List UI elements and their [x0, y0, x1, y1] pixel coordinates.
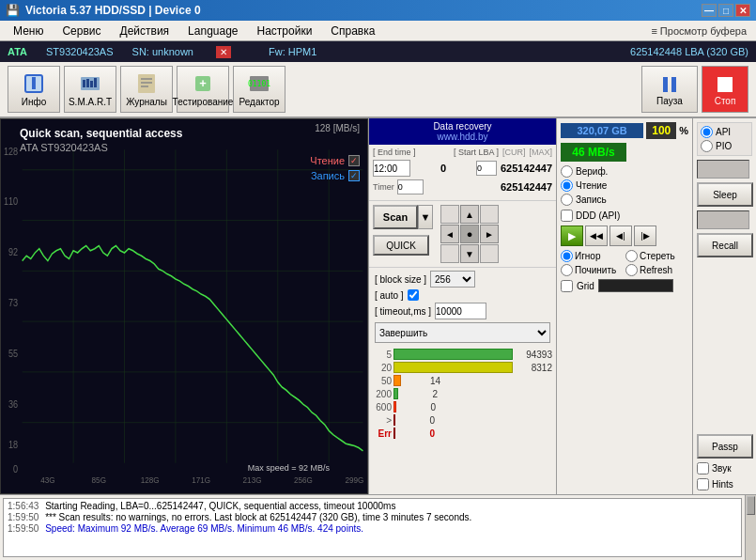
- recall-button[interactable]: Recall: [697, 233, 753, 257]
- read-radio[interactable]: [561, 179, 573, 192]
- chart-subtitle: ATA ST9320423AS: [20, 142, 108, 153]
- cur-lba-input[interactable]: [476, 161, 497, 176]
- log-scrollbar-thumb[interactable]: [747, 496, 755, 515]
- ddd-label[interactable]: DDD (API): [561, 210, 688, 222]
- svg-text:18: 18: [8, 439, 19, 450]
- logs-button[interactable]: Журналы: [120, 66, 173, 113]
- hist-row-gt: > 0: [373, 414, 552, 426]
- complete-select[interactable]: Завершить: [375, 322, 550, 343]
- log-line-3: 1:59:50 Speed: Maximum 92 MB/s. Average …: [8, 523, 737, 534]
- play-button[interactable]: ▶: [561, 226, 583, 246]
- hints-label[interactable]: Hints: [697, 478, 752, 490]
- scan-dropdown[interactable]: ▼: [418, 205, 433, 229]
- next-button[interactable]: |▶: [634, 226, 656, 246]
- svg-text:73: 73: [8, 297, 19, 308]
- view-buffer-btn[interactable]: ≡ Просмотр буфера: [651, 25, 747, 37]
- passp-button[interactable]: Passp: [697, 434, 753, 459]
- verif-radio[interactable]: [561, 165, 573, 178]
- pio-label[interactable]: PIO: [701, 140, 748, 152]
- hints-checkbox[interactable]: [697, 478, 709, 490]
- end-time-input[interactable]: [373, 160, 410, 177]
- svg-rect-3: [83, 80, 85, 87]
- log-line-2: 1:59:50 *** Scan results: no warnings, n…: [8, 512, 737, 522]
- menu-actions[interactable]: Действия: [111, 23, 179, 39]
- gray-slider-2[interactable]: [697, 210, 749, 229]
- write-radio-label[interactable]: Запись: [561, 194, 688, 206]
- menu-service[interactable]: Сервис: [53, 23, 110, 39]
- api-radio[interactable]: [701, 126, 713, 138]
- stire-radio[interactable]: [625, 250, 638, 262]
- scan-button[interactable]: Scan: [373, 205, 418, 229]
- log-scrollbar[interactable]: [745, 495, 756, 560]
- info-button[interactable]: i Инфо: [8, 66, 60, 113]
- menu-help[interactable]: Справка: [321, 23, 384, 39]
- refresh-label[interactable]: Refresh: [625, 264, 688, 276]
- chart-y-label: 128 [MB/s]: [315, 123, 360, 133]
- editor-button[interactable]: 01101 Редактор: [233, 66, 285, 113]
- gray-slider[interactable]: [697, 160, 749, 179]
- svg-text:85G: 85G: [92, 475, 106, 486]
- refresh-radio[interactable]: [625, 264, 638, 276]
- test-button[interactable]: + Тестирование: [177, 66, 229, 113]
- percent-box: 100: [646, 122, 676, 139]
- hist-label-200: 200: [373, 389, 392, 399]
- grid-checkbox[interactable]: [561, 280, 573, 292]
- verif-radio-label[interactable]: Вериф.: [561, 165, 688, 178]
- menu-language[interactable]: Language: [178, 23, 247, 39]
- scan-controls: Scan ▼ QUICK ▲ ◄ ● ► ▼: [369, 201, 556, 267]
- dir-left[interactable]: ◄: [440, 225, 459, 243]
- writing-label: Запись ✓: [311, 170, 360, 181]
- bottom-panel: 1:56:43 Starting Reading, LBA=0...625142…: [0, 494, 756, 560]
- timing-section: [ End time ] [ Start LBA ] [CUR] [MAX] 0…: [369, 145, 556, 201]
- prev-button[interactable]: ◀|: [609, 226, 632, 246]
- stire-label[interactable]: Стереть: [625, 250, 688, 262]
- pio-radio[interactable]: [701, 140, 713, 152]
- svg-text:36: 36: [8, 398, 19, 410]
- fix-label[interactable]: Починить: [561, 264, 624, 276]
- start-lba-value: 0: [414, 163, 472, 174]
- dir-up[interactable]: ▲: [460, 205, 479, 224]
- hist-bar-err: [393, 428, 395, 439]
- size-percent-row: 320,07 GB 100 %: [561, 122, 688, 139]
- sound-label[interactable]: Звук: [697, 462, 752, 474]
- fw-label: Fw: HPM1: [269, 46, 316, 57]
- fix-radio[interactable]: [561, 264, 573, 276]
- close-button[interactable]: ✕: [735, 4, 750, 17]
- minimize-button[interactable]: —: [702, 4, 717, 17]
- close-device-btn[interactable]: ✕: [216, 46, 231, 58]
- timeout-row: [ timeout,ms ]: [375, 303, 550, 319]
- write-radio[interactable]: [561, 194, 573, 206]
- menu-settings[interactable]: Настройки: [248, 23, 322, 39]
- api-label[interactable]: API: [701, 126, 748, 138]
- stop-button[interactable]: Стоп: [702, 66, 748, 113]
- main-area: 128 [MB/s] Quick scan, sequential access…: [0, 118, 756, 494]
- svg-text:213G: 213G: [243, 475, 262, 486]
- timeout-label: [ timeout,ms ]: [375, 306, 431, 317]
- toolbar-right: Пауза Стоп: [641, 66, 748, 113]
- timer-label: Timer: [373, 182, 394, 192]
- dir-down[interactable]: ▼: [460, 244, 479, 263]
- read-radio-label[interactable]: Чтение: [561, 179, 688, 192]
- hist-label-50: 50: [373, 376, 392, 386]
- ignor-label[interactable]: Игнор: [561, 250, 624, 262]
- writing-checkbox[interactable]: ✓: [348, 170, 360, 181]
- timer-row: Timer 625142447: [373, 179, 552, 194]
- back-button[interactable]: ◀◀: [585, 226, 608, 246]
- sleep-button[interactable]: Sleep: [697, 182, 753, 207]
- timer-end-value: 625142447: [501, 181, 552, 193]
- timeout-input[interactable]: [435, 303, 486, 319]
- reading-checkbox[interactable]: ✓: [348, 155, 360, 166]
- smart-button[interactable]: S.M.A.R.T: [64, 66, 116, 113]
- ddd-checkbox[interactable]: [561, 210, 573, 222]
- svg-text:43G: 43G: [40, 475, 54, 486]
- auto-checkbox[interactable]: [408, 289, 419, 301]
- sound-checkbox[interactable]: [697, 462, 709, 474]
- ignor-radio[interactable]: [561, 250, 573, 262]
- dir-right[interactable]: ►: [480, 225, 499, 243]
- block-size-select[interactable]: 2565121024: [430, 271, 475, 288]
- timer-input[interactable]: [397, 179, 424, 194]
- quick-button[interactable]: QUICK: [373, 235, 429, 256]
- pause-button[interactable]: Пауза: [641, 66, 698, 113]
- maximize-button[interactable]: □: [718, 4, 733, 17]
- menu-menu[interactable]: Меню: [4, 23, 53, 39]
